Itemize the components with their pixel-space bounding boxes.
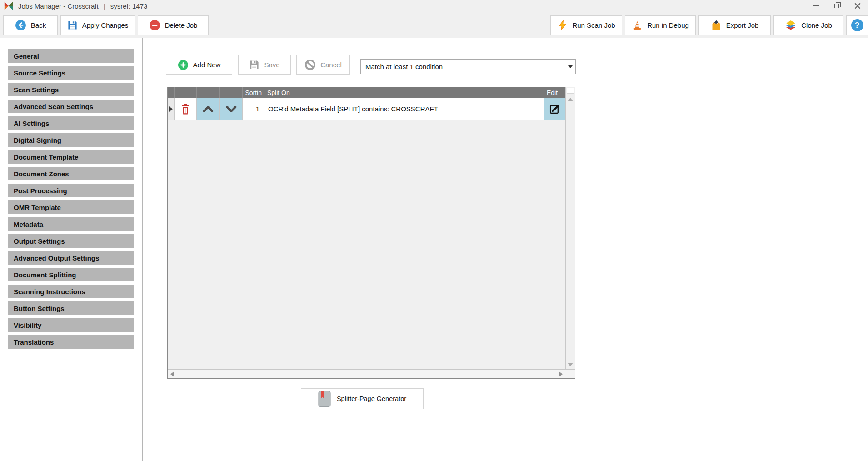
clone-job-button[interactable]: Clone Job [773,15,843,35]
move-row-up-button[interactable] [197,98,220,120]
apply-changes-label: Apply Changes [82,21,129,29]
sysref-label: sysref: 1473 [110,2,148,10]
row-marker-icon [169,106,173,112]
delete-row-button[interactable] [175,98,197,120]
delete-job-label: Delete Job [165,21,198,29]
export-job-label: Export Job [726,21,759,29]
vertical-scrollbar[interactable] [565,87,575,369]
plus-circle-icon [178,60,189,70]
row-selector-cell[interactable] [168,98,175,120]
save-button[interactable]: Save [238,55,291,75]
restore-icon [834,4,839,8]
cancel-label: Cancel [320,61,342,69]
grid-header-row: Sortin Split On Edit [168,87,565,98]
export-box-icon [711,20,722,31]
scroll-up-icon[interactable] [568,98,573,101]
chevron-down-icon [225,105,237,113]
sidebar-item-advanced-scan-settings[interactable]: Advanced Scan Settings [8,100,134,113]
cancel-no-icon [304,59,316,70]
table-row: 1 OCR'd Metadata Field [SPLIT] contains:… [168,98,565,120]
splitter-page-generator-label: Splitter-Page Generator [337,395,406,402]
close-icon [854,3,861,9]
scroll-down-icon[interactable] [568,363,573,366]
sidebar-item-post-processing[interactable]: Post Processing [8,184,134,197]
sidebar-item-document-splitting[interactable]: Document Splitting [8,268,134,281]
run-in-debug-button[interactable]: Run in Debug [625,15,696,35]
help-icon: ? [851,19,863,31]
grid-header-move-up [197,87,220,98]
move-row-down-button[interactable] [220,98,243,120]
run-scan-job-label: Run Scan Job [572,21,615,29]
sidebar-item-button-settings[interactable]: Button Settings [8,301,134,315]
export-job-button[interactable]: Export Job [698,15,771,35]
run-in-debug-label: Run in Debug [647,21,689,29]
sidebar-item-document-zones[interactable]: Document Zones [8,167,134,180]
grid-empty-area [168,120,565,369]
sidebar-item-translations[interactable]: Translations [8,335,134,349]
apply-changes-button[interactable]: Apply Changes [60,15,135,35]
app-logo-icon [4,1,14,11]
floppy-disk-icon [67,20,78,30]
cancel-button[interactable]: Cancel [296,55,350,75]
save-label: Save [264,61,279,69]
splitter-page-generator-button[interactable]: Splitter-Page Generator [301,388,424,409]
run-scan-job-button[interactable]: Run Scan Job [550,15,622,35]
minimize-icon [813,5,819,6]
restore-button[interactable] [826,0,847,12]
chevron-up-icon [202,105,214,113]
add-new-label: Add New [193,61,221,69]
match-condition-value: Match at least 1 condition [361,63,565,70]
sidebar-item-ai-settings[interactable]: AI Settings [8,116,134,130]
grid-header-split-on: Split On [264,87,544,98]
edit-row-button[interactable] [544,98,565,120]
chevron-down-icon [568,65,573,68]
toolbar: Back Apply Changes Delete Job [0,12,868,38]
sidebar-item-digital-signing[interactable]: Digital Signing [8,133,134,147]
split-conditions-grid: Sortin Split On Edit [167,87,575,379]
vertical-scrollbar-thumb[interactable] [567,88,574,94]
traffic-cone-icon [632,20,643,31]
sidebar-item-metadata[interactable]: Metadata [8,217,134,231]
window-controls [805,0,868,12]
scroll-left-icon[interactable] [170,371,174,377]
grid-header-edit: Edit [544,87,565,98]
minus-circle-icon [149,20,160,31]
sidebar-item-source-settings[interactable]: Source Settings [8,66,134,80]
back-label: Back [31,21,46,29]
sidebar-item-document-template[interactable]: Document Template [8,150,134,164]
close-button[interactable] [847,0,868,12]
sidebar-item-advanced-output-settings[interactable]: Advanced Output Settings [8,251,134,265]
sidebar: General Source Settings Scan Settings Ad… [0,38,143,461]
minimize-button[interactable] [805,0,826,12]
sidebar-item-visibility[interactable]: Visibility [8,318,134,332]
sidebar-item-general[interactable]: General [8,49,134,63]
sidebar-item-omr-template[interactable]: OMR Template [8,200,134,214]
help-button[interactable]: ? [846,15,868,35]
horizontal-scrollbar[interactable] [168,369,575,378]
book-bookmark-icon [318,391,331,407]
scroll-right-icon[interactable] [559,371,563,377]
window-title: Jobs Manager - Crosscraft | sysref: 1473 [18,2,147,10]
toolbar-right-group: Run Scan Job Run in Debug Export Job [550,15,868,35]
delete-job-button[interactable]: Delete Job [138,15,209,35]
sorting-cell: 1 [243,98,264,120]
back-arrow-icon [15,20,26,31]
match-condition-dropdown[interactable]: Match at least 1 condition [360,59,576,74]
grid-main: Sortin Split On Edit [168,87,575,369]
title-bar: Jobs Manager - Crosscraft | sysref: 1473 [0,0,868,12]
clone-job-label: Clone Job [801,21,832,29]
dropdown-caret-box [565,60,575,74]
back-button[interactable]: Back [3,15,58,35]
title-separator: | [104,2,105,10]
lightning-icon [557,20,568,31]
app-title: Jobs Manager - Crosscraft [18,2,99,10]
add-new-button[interactable]: Add New [166,55,232,75]
sidebar-item-scanning-instructions[interactable]: Scanning Instructions [8,285,134,298]
grid-content: Sortin Split On Edit [168,87,565,369]
grid-header-move-down [220,87,243,98]
save-floppy-icon [249,60,259,70]
sidebar-item-output-settings[interactable]: Output Settings [8,234,134,248]
grid-header-sorting: Sortin [243,87,264,98]
toolbar-left-group: Back Apply Changes Delete Job [3,15,209,35]
sidebar-item-scan-settings[interactable]: Scan Settings [8,83,134,96]
